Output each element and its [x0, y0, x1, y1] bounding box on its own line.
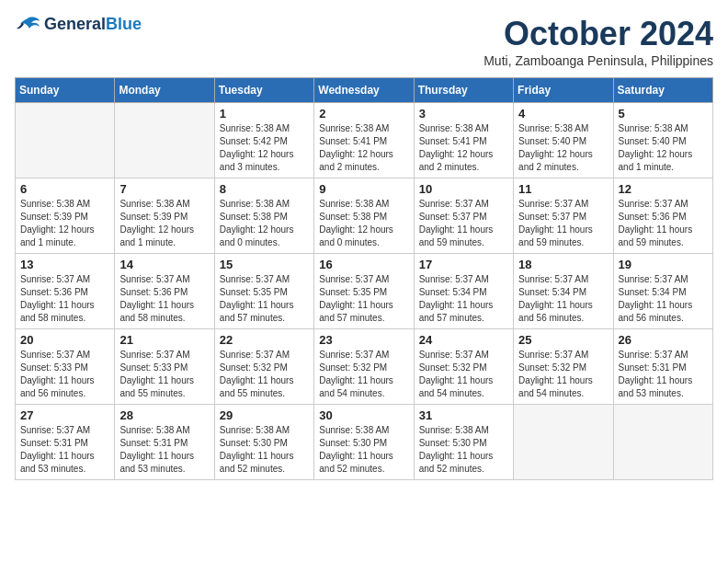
sunrise-text: Sunrise: 5:38 AM — [220, 123, 290, 133]
sunset-text: Sunset: 5:31 PM — [20, 438, 88, 448]
sunset-text: Sunset: 5:30 PM — [319, 438, 387, 448]
sunrise-text: Sunrise: 5:37 AM — [319, 350, 389, 360]
sunset-text: Sunset: 5:34 PM — [518, 287, 586, 297]
calendar-week-row: 13Sunrise: 5:37 AMSunset: 5:36 PMDayligh… — [16, 254, 713, 329]
calendar-week-row: 1Sunrise: 5:38 AMSunset: 5:42 PMDaylight… — [16, 103, 713, 178]
day-number: 15 — [220, 258, 309, 271]
weekday-header-saturday: Saturday — [613, 78, 712, 103]
day-number: 11 — [518, 182, 608, 196]
sunset-text: Sunset: 5:39 PM — [20, 212, 88, 222]
location-subtitle: Muti, Zamboanga Peninsula, Philippines — [483, 53, 713, 68]
calendar-cell — [115, 103, 214, 178]
day-number: 24 — [419, 333, 508, 347]
sunrise-text: Sunrise: 5:37 AM — [20, 425, 90, 435]
day-number: 10 — [419, 182, 508, 196]
sunrise-text: Sunrise: 5:38 AM — [20, 199, 90, 209]
calendar-table: SundayMondayTuesdayWednesdayThursdayFrid… — [15, 77, 713, 480]
calendar-cell: 31Sunrise: 5:38 AMSunset: 5:30 PMDayligh… — [414, 405, 513, 480]
daylight-text: Daylight: 11 hours and 56 minutes. — [518, 300, 593, 323]
sunrise-text: Sunrise: 5:37 AM — [119, 274, 189, 284]
daylight-text: Daylight: 11 hours and 59 minutes. — [619, 224, 693, 247]
month-title: October 2024 — [483, 15, 713, 53]
calendar-cell: 1Sunrise: 5:38 AMSunset: 5:42 PMDaylight… — [214, 103, 313, 178]
daylight-text: Daylight: 11 hours and 58 minutes. — [119, 300, 194, 323]
calendar-cell — [613, 405, 712, 480]
weekday-header-thursday: Thursday — [414, 78, 513, 103]
daylight-text: Daylight: 12 hours and 0 minutes. — [220, 224, 294, 247]
day-info: Sunrise: 5:38 AMSunset: 5:41 PMDaylight:… — [319, 122, 408, 174]
sunrise-text: Sunrise: 5:37 AM — [20, 274, 90, 284]
sunrise-text: Sunrise: 5:37 AM — [619, 274, 688, 284]
calendar-cell: 3Sunrise: 5:38 AMSunset: 5:41 PMDaylight… — [414, 103, 513, 178]
sunrise-text: Sunrise: 5:37 AM — [619, 199, 688, 209]
sunset-text: Sunset: 5:31 PM — [619, 362, 687, 373]
calendar-cell: 19Sunrise: 5:37 AMSunset: 5:34 PMDayligh… — [613, 254, 712, 329]
day-number: 9 — [319, 182, 408, 196]
weekday-header-sunday: Sunday — [16, 78, 115, 103]
logo-text: GeneralBlue — [44, 16, 142, 34]
daylight-text: Daylight: 11 hours and 55 minutes. — [119, 375, 194, 398]
daylight-text: Daylight: 11 hours and 59 minutes. — [518, 224, 593, 247]
sunset-text: Sunset: 5:35 PM — [220, 287, 288, 297]
sunset-text: Sunset: 5:37 PM — [419, 212, 487, 222]
daylight-text: Daylight: 11 hours and 57 minutes. — [220, 300, 294, 323]
sunrise-text: Sunrise: 5:37 AM — [518, 350, 588, 360]
day-info: Sunrise: 5:37 AMSunset: 5:36 PMDaylight:… — [20, 273, 109, 325]
sunset-text: Sunset: 5:38 PM — [220, 212, 288, 222]
sunset-text: Sunset: 5:33 PM — [20, 362, 88, 373]
sunset-text: Sunset: 5:36 PM — [20, 287, 88, 297]
daylight-text: Daylight: 11 hours and 53 minutes. — [119, 451, 194, 474]
calendar-cell: 28Sunrise: 5:38 AMSunset: 5:31 PMDayligh… — [115, 405, 214, 480]
sunset-text: Sunset: 5:31 PM — [119, 438, 188, 448]
day-info: Sunrise: 5:38 AMSunset: 5:30 PMDaylight:… — [319, 424, 408, 476]
day-info: Sunrise: 5:37 AMSunset: 5:34 PMDaylight:… — [419, 273, 508, 325]
calendar-cell: 12Sunrise: 5:37 AMSunset: 5:36 PMDayligh… — [613, 178, 712, 254]
day-info: Sunrise: 5:38 AMSunset: 5:38 PMDaylight:… — [220, 198, 309, 249]
sunset-text: Sunset: 5:32 PM — [319, 362, 387, 373]
sunrise-text: Sunrise: 5:38 AM — [319, 123, 389, 133]
sunrise-text: Sunrise: 5:37 AM — [319, 274, 389, 284]
sunrise-text: Sunrise: 5:38 AM — [419, 425, 489, 435]
calendar-cell: 17Sunrise: 5:37 AMSunset: 5:34 PMDayligh… — [414, 254, 513, 329]
daylight-text: Daylight: 12 hours and 1 minute. — [119, 224, 194, 247]
day-number: 26 — [619, 333, 708, 347]
daylight-text: Daylight: 11 hours and 56 minutes. — [619, 300, 693, 323]
sunrise-text: Sunrise: 5:37 AM — [220, 274, 290, 284]
day-info: Sunrise: 5:37 AMSunset: 5:36 PMDaylight:… — [619, 198, 708, 249]
calendar-cell: 26Sunrise: 5:37 AMSunset: 5:31 PMDayligh… — [613, 329, 712, 405]
day-info: Sunrise: 5:38 AMSunset: 5:40 PMDaylight:… — [619, 122, 708, 174]
sunrise-text: Sunrise: 5:37 AM — [518, 274, 588, 284]
calendar-cell: 6Sunrise: 5:38 AMSunset: 5:39 PMDaylight… — [16, 178, 115, 254]
calendar-cell: 9Sunrise: 5:38 AMSunset: 5:38 PMDaylight… — [314, 178, 414, 254]
day-number: 16 — [319, 258, 408, 271]
calendar-cell — [16, 103, 115, 178]
sunset-text: Sunset: 5:32 PM — [220, 362, 288, 373]
title-block: October 2024 Muti, Zamboanga Peninsula, … — [483, 15, 713, 68]
day-number: 4 — [518, 107, 608, 121]
sunset-text: Sunset: 5:42 PM — [220, 136, 288, 146]
sunset-text: Sunset: 5:32 PM — [518, 362, 586, 373]
calendar-cell: 27Sunrise: 5:37 AMSunset: 5:31 PMDayligh… — [16, 405, 115, 480]
sunset-text: Sunset: 5:40 PM — [619, 136, 687, 146]
day-number: 14 — [119, 258, 209, 271]
day-number: 29 — [220, 408, 309, 422]
day-number: 12 — [619, 182, 708, 196]
daylight-text: Daylight: 11 hours and 54 minutes. — [419, 375, 494, 398]
sunset-text: Sunset: 5:33 PM — [119, 362, 188, 373]
sunset-text: Sunset: 5:34 PM — [619, 287, 687, 297]
day-info: Sunrise: 5:37 AMSunset: 5:34 PMDaylight:… — [518, 273, 608, 325]
sunrise-text: Sunrise: 5:37 AM — [419, 274, 489, 284]
calendar-cell: 13Sunrise: 5:37 AMSunset: 5:36 PMDayligh… — [16, 254, 115, 329]
day-number: 5 — [619, 107, 708, 121]
day-info: Sunrise: 5:37 AMSunset: 5:31 PMDaylight:… — [20, 424, 109, 476]
daylight-text: Daylight: 12 hours and 1 minute. — [619, 149, 693, 172]
sunset-text: Sunset: 5:36 PM — [619, 212, 687, 222]
day-info: Sunrise: 5:37 AMSunset: 5:34 PMDaylight:… — [619, 273, 708, 325]
sunset-text: Sunset: 5:35 PM — [319, 287, 387, 297]
daylight-text: Daylight: 12 hours and 1 minute. — [20, 224, 95, 247]
day-number: 23 — [319, 333, 408, 347]
day-info: Sunrise: 5:38 AMSunset: 5:41 PMDaylight:… — [419, 122, 508, 174]
daylight-text: Daylight: 11 hours and 54 minutes. — [319, 375, 393, 398]
weekday-header-friday: Friday — [514, 78, 613, 103]
day-info: Sunrise: 5:37 AMSunset: 5:37 PMDaylight:… — [419, 198, 508, 249]
